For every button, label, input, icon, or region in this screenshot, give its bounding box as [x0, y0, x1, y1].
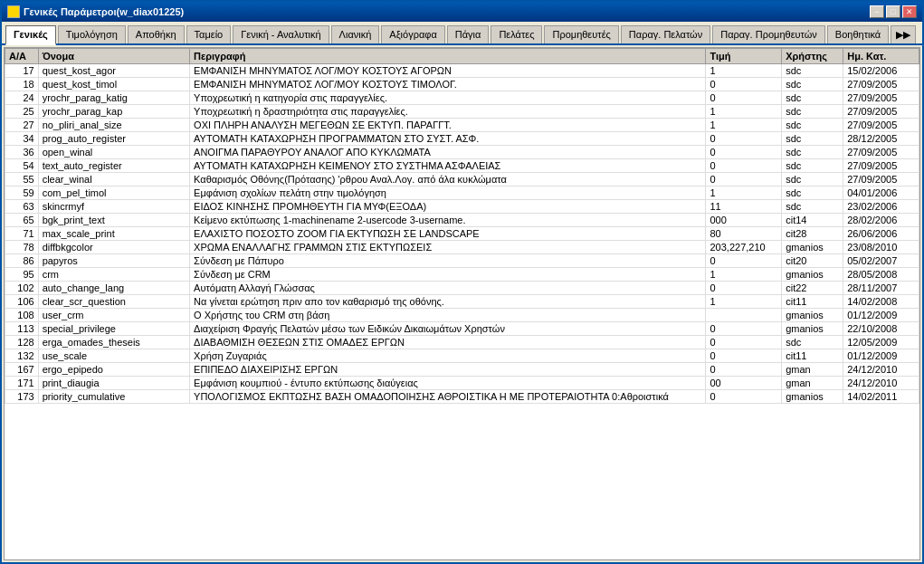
- tab-πάγια[interactable]: Πάγια: [447, 25, 490, 43]
- cell-user: gmanios: [782, 390, 843, 404]
- table-row[interactable]: 27no_pliri_anal_sizeΟΧΙ ΠΛΗΡΗ ΑΝΑΛΥΣΗ ΜΕ…: [5, 119, 919, 132]
- cell-id: 78: [5, 241, 39, 254]
- table-row[interactable]: 63skincrmyfΕΙΔΟΣ ΚΙΝΗΣΗΣ ΠΡΟΜΗΘΕΥΤΗ ΓΙΑ …: [5, 200, 919, 214]
- cell-desc: Εμφάνιση κουμπιού - έντυπο εκτύπωσης δια…: [190, 377, 706, 390]
- table-row[interactable]: 106clear_scr_questionΝα γίνεται ερώτηση …: [5, 295, 919, 309]
- cell-id: 113: [5, 322, 39, 336]
- cell-date: 27/09/2005: [843, 119, 919, 132]
- cell-date: 05/02/2007: [843, 254, 919, 268]
- table-row[interactable]: 108user_crmΟ Χρήστης του CRM στη βάσηgma…: [5, 309, 919, 322]
- tab-ταμείο[interactable]: Ταμείο: [186, 25, 232, 43]
- col-header-date: Ημ. Κατ.: [843, 49, 919, 64]
- tab-αποθήκη[interactable]: Αποθήκη: [128, 25, 185, 43]
- tab-παραγ.-πελατών[interactable]: Παραγ. Πελατών: [621, 25, 710, 43]
- cell-id: 36: [5, 146, 39, 159]
- tab-πελάτες[interactable]: Πελάτες: [491, 25, 542, 43]
- cell-id: 27: [5, 119, 39, 132]
- table-row[interactable]: 86papyrosΣύνδεση με Πάπυρο0cit2005/02/20…: [5, 254, 919, 268]
- cell-name: open_winal: [38, 146, 189, 159]
- table-row[interactable]: 128erga_omades_theseisΔΙΑΒΑΘΜΙΣΗ ΘΕΣΕΩΝ …: [5, 336, 919, 349]
- table-container[interactable]: Α/ΑΌνομαΠεριγραφήΤιμήΧρήστηςΗμ. Κατ. 17q…: [5, 48, 919, 559]
- table-row[interactable]: 55clear_winalΚαθαρισμός Οθόνης(Πρότασης)…: [5, 173, 919, 186]
- table-row[interactable]: 59com_pel_timolΕμφάνιση σχολίων πελάτη σ…: [5, 186, 919, 200]
- cell-name: ergo_epipedo: [38, 363, 189, 377]
- table-row[interactable]: 17quest_kost_agorΕΜΦΑΝΙΣΗ ΜΗΝΥΜΑΤΟΣ ΛΟΓ/…: [5, 64, 919, 78]
- cell-desc: ΑΥΤΟΜΑΤΗ ΚΑΤΑΧΩΡΗΣΗ ΠΡΟΓΡΑΜΜΑΤΩΝ ΣΤΟ ΣΥΣ…: [190, 132, 706, 146]
- cell-id: 59: [5, 186, 39, 200]
- table-row[interactable]: 113special_privilegeΔιαχείριση Φραγής Πε…: [5, 322, 919, 336]
- table-row[interactable]: 78diffbkgcolorΧΡΩΜΑ ΕΝΑΛΛΑΓΗΣ ΓΡΑΜΜΩΝ ΣΤ…: [5, 241, 919, 254]
- cell-desc: ΑΥΤΟΜΑΤΗ ΚΑΤΑΧΩΡΗΣΗ ΚΕΙΜΕΝΟΥ ΣΤΟ ΣΥΣΤΗΜΑ…: [190, 159, 706, 173]
- cell-desc: ΔΙΑΒΑΘΜΙΣΗ ΘΕΣΕΩΝ ΣΤΙΣ ΟΜΑΔΕΣ ΕΡΓΩΝ: [190, 336, 706, 349]
- titlebar-controls: − □ ✕: [870, 5, 917, 18]
- table-row[interactable]: 34prog_auto_registerΑΥΤΟΜΑΤΗ ΚΑΤΑΧΩΡΗΣΗ …: [5, 132, 919, 146]
- cell-desc: Χρήση Ζυγαριάς: [190, 349, 706, 363]
- titlebar-title: Γενικές Παράμετροι(w_diax01225): [7, 5, 184, 18]
- cell-value: 0: [706, 349, 782, 363]
- minimize-button[interactable]: −: [870, 5, 884, 18]
- table-row[interactable]: 18quest_kost_timolΕΜΦΑΝΙΣΗ ΜΗΝΥΜΑΤΟΣ ΛΟΓ…: [5, 78, 919, 91]
- cell-desc: Σύνδεση με CRM: [190, 268, 706, 282]
- table-row[interactable]: 36open_winalΑΝΟΙΓΜΑ ΠΑΡΑΘΥΡΟΥ ΑΝΑΛΟΓ ΑΠΟ…: [5, 146, 919, 159]
- table-row[interactable]: 132use_scaleΧρήση Ζυγαριάς0cit1101/12/20…: [5, 349, 919, 363]
- cell-value: 0: [706, 146, 782, 159]
- cell-desc: ΕΜΦΑΝΙΣΗ ΜΗΝΥΜΑΤΟΣ ΛΟΓ/ΜΟΥ ΚΟΣΤΟΥΣ ΑΓΟΡΩ…: [190, 64, 706, 78]
- tabs-more-button[interactable]: ▶▶: [891, 25, 916, 43]
- tab-λιανική[interactable]: Λιανική: [331, 25, 380, 43]
- cell-user: gmanios: [782, 268, 843, 282]
- cell-name: diffbkgcolor: [38, 241, 189, 254]
- table-row[interactable]: 171print_diaugiaΕμφάνιση κουμπιού - έντυ…: [5, 377, 919, 390]
- cell-date: 23/08/2010: [843, 241, 919, 254]
- cell-name: clear_winal: [38, 173, 189, 186]
- table-row[interactable]: 167ergo_epipedoΕΠΙΠΕΔΟ ΔΙΑΧΕΙΡΙΣΗΣ ΕΡΓΩΝ…: [5, 363, 919, 377]
- tab-βοηθητικά[interactable]: Βοηθητικά: [827, 25, 889, 43]
- table-row[interactable]: 25yrochr_parag_kapΥποχρεωτική η δραστηρι…: [5, 105, 919, 119]
- cell-desc: Ο Χρήστης του CRM στη βάση: [190, 309, 706, 322]
- cell-user: sdc: [782, 91, 843, 105]
- table-row[interactable]: 24yrochr_parag_katigΥποχρεωτική η κατηγο…: [5, 91, 919, 105]
- cell-desc: ΕΙΔΟΣ ΚΙΝΗΣΗΣ ΠΡΟΜΗΘΕΥΤΗ ΓΙΑ ΜΥΦ(ΕΞΟΔΑ): [190, 200, 706, 214]
- tab-προμηθευτές[interactable]: Προμηθευτές: [544, 25, 618, 43]
- cell-name: yrochr_parag_kap: [38, 105, 189, 119]
- cell-date: 28/05/2008: [843, 268, 919, 282]
- close-button[interactable]: ✕: [902, 5, 917, 18]
- cell-value: 1: [706, 186, 782, 200]
- cell-date: 14/02/2011: [843, 390, 919, 404]
- cell-date: 27/09/2005: [843, 105, 919, 119]
- cell-name: crm: [38, 268, 189, 282]
- cell-date: 14/02/2008: [843, 295, 919, 309]
- cell-value: 1: [706, 119, 782, 132]
- cell-user: gman: [782, 363, 843, 377]
- tab-γενική---αναλυτική[interactable]: Γενική - Αναλυτική: [233, 25, 329, 43]
- params-table: Α/ΑΌνομαΠεριγραφήΤιμήΧρήστηςΗμ. Κατ. 17q…: [5, 48, 919, 404]
- cell-id: 24: [5, 91, 39, 105]
- maximize-button[interactable]: □: [886, 5, 900, 18]
- cell-value: 0: [706, 282, 782, 295]
- cell-id: 167: [5, 363, 39, 377]
- cell-user: cit14: [782, 214, 843, 227]
- cell-id: 173: [5, 390, 39, 404]
- table-row[interactable]: 173priority_cumulativeΥΠΟΛΟΓΙΣΜΟΣ ΕΚΠΤΩΣ…: [5, 390, 919, 404]
- table-row[interactable]: 71max_scale_printΕΛΑΧΙΣΤΟ ΠΟΣΟΣΤΟ ZOOM Γ…: [5, 227, 919, 241]
- table-row[interactable]: 102auto_change_langΑυτόματη Αλλαγή Γλώσσ…: [5, 282, 919, 295]
- cell-desc: Εμφάνιση σχολίων πελάτη στην τιμολόγηση: [190, 186, 706, 200]
- cell-user: sdc: [782, 64, 843, 78]
- cell-name: max_scale_print: [38, 227, 189, 241]
- cell-desc: ΑΝΟΙΓΜΑ ΠΑΡΑΘΥΡΟΥ ΑΝΑΛΟΓ ΑΠΟ ΚΥΚΛΩΜΑΤΑ: [190, 146, 706, 159]
- cell-value: 11: [706, 200, 782, 214]
- cell-value: 1: [706, 64, 782, 78]
- table-row[interactable]: 54text_auto_registerΑΥΤΟΜΑΤΗ ΚΑΤΑΧΩΡΗΣΗ …: [5, 159, 919, 173]
- cell-value: 00: [706, 377, 782, 390]
- table-row[interactable]: 95crmΣύνδεση με CRM1gmanios28/05/2008: [5, 268, 919, 282]
- cell-date: 27/09/2005: [843, 159, 919, 173]
- tab-γενικές[interactable]: Γενικές: [5, 25, 56, 45]
- cell-user: sdc: [782, 336, 843, 349]
- tab-τιμολόγηση[interactable]: Τιμολόγηση: [58, 25, 126, 43]
- tab-αξιόγραφα[interactable]: Αξιόγραφα: [381, 25, 444, 43]
- cell-id: 34: [5, 132, 39, 146]
- cell-date: 15/02/2006: [843, 64, 919, 78]
- cell-name: papyros: [38, 254, 189, 268]
- table-row[interactable]: 65bgk_print_textΚείμενο εκτύπωσης 1-mach…: [5, 214, 919, 227]
- cell-value: 80: [706, 227, 782, 241]
- tab-παραγ.-προμηθευτών[interactable]: Παραγ. Προμηθευτών: [712, 25, 825, 43]
